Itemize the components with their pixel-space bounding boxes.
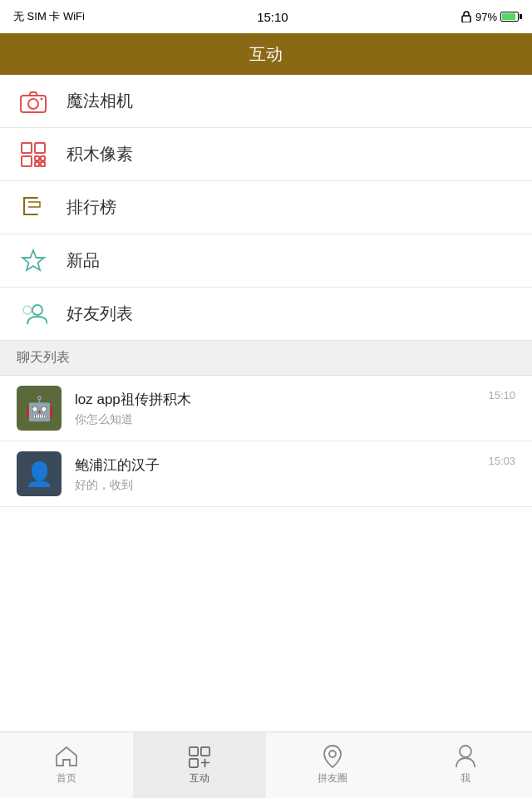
home-icon bbox=[55, 745, 78, 768]
location-icon bbox=[321, 745, 344, 768]
interact-icon bbox=[188, 745, 211, 768]
svg-rect-6 bbox=[22, 156, 32, 166]
svg-point-2 bbox=[28, 99, 38, 109]
svg-marker-14 bbox=[22, 250, 44, 270]
tab-home[interactable]: 首页 bbox=[0, 732, 133, 798]
menu-item-new-items[interactable]: 新品 bbox=[0, 234, 532, 288]
svg-rect-8 bbox=[41, 156, 45, 160]
tab-interact-label: 互动 bbox=[190, 771, 209, 786]
svg-point-16 bbox=[23, 306, 32, 314]
menu-item-friends[interactable]: 好友列表 bbox=[0, 288, 532, 341]
tab-interact[interactable]: 互动 bbox=[133, 732, 266, 798]
avatar-2: 👤 bbox=[17, 451, 62, 496]
svg-point-20 bbox=[329, 751, 336, 757]
menu-label-ranking: 排行榜 bbox=[66, 196, 116, 219]
tab-me[interactable]: 我 bbox=[399, 732, 532, 798]
menu-label-magic-camera: 魔法相机 bbox=[66, 90, 133, 112]
tab-home-label: 首页 bbox=[57, 771, 76, 786]
person-icon bbox=[454, 745, 477, 768]
battery-percent: 97% bbox=[475, 11, 497, 23]
chat-time-2: 15:03 bbox=[488, 455, 515, 467]
svg-rect-9 bbox=[35, 162, 39, 166]
title-bar: 互动 bbox=[0, 33, 532, 75]
menu-label-friends: 好友列表 bbox=[66, 303, 133, 325]
svg-rect-11 bbox=[23, 197, 38, 199]
lock-icon bbox=[461, 11, 472, 22]
avatar-1: 🤖 bbox=[17, 386, 62, 431]
chat-name-2: 鲍浦江的汉子 bbox=[75, 456, 480, 475]
svg-rect-4 bbox=[22, 143, 32, 153]
svg-point-3 bbox=[41, 97, 43, 100]
menu-list: 魔法相机 积木像素 排行榜 bbox=[0, 75, 532, 341]
svg-rect-17 bbox=[190, 747, 198, 756]
status-right: 97% bbox=[461, 11, 519, 23]
blocks-icon bbox=[17, 138, 50, 171]
chat-section-header: 聊天列表 bbox=[0, 341, 532, 376]
svg-rect-10 bbox=[41, 162, 45, 166]
chat-list: 🤖 loz app祖传拼积木 你怎么知道 15:10 👤 鲍浦江的汉子 好的，收… bbox=[0, 376, 532, 507]
svg-rect-7 bbox=[35, 156, 39, 160]
svg-rect-19 bbox=[190, 759, 198, 767]
menu-item-pixel-blocks[interactable]: 积木像素 bbox=[0, 128, 532, 181]
chat-preview-1: 你怎么知道 bbox=[75, 412, 480, 427]
svg-rect-12 bbox=[23, 197, 25, 215]
chat-content-1: loz app祖传拼积木 你怎么知道 bbox=[75, 390, 480, 427]
chat-time-1: 15:10 bbox=[488, 389, 515, 401]
chat-content-2: 鲍浦江的汉子 好的，收到 bbox=[75, 456, 480, 493]
svg-point-21 bbox=[460, 746, 471, 757]
status-time: 15:10 bbox=[257, 10, 288, 24]
chat-item-1[interactable]: 🤖 loz app祖传拼积木 你怎么知道 15:10 bbox=[0, 376, 532, 441]
chat-preview-2: 好的，收到 bbox=[75, 478, 480, 493]
svg-rect-18 bbox=[201, 747, 209, 756]
battery-icon bbox=[500, 12, 519, 22]
tab-bar: 首页 互动 拼友圈 我 bbox=[0, 732, 532, 798]
friends-icon bbox=[17, 298, 50, 331]
menu-label-pixel-blocks: 积木像素 bbox=[66, 143, 133, 165]
svg-point-15 bbox=[32, 305, 42, 315]
chat-name-1: loz app祖传拼积木 bbox=[75, 390, 480, 409]
svg-rect-5 bbox=[35, 143, 45, 153]
status-bar: 无 SIM 卡 WiFi 15:10 97% bbox=[0, 0, 532, 33]
status-left: 无 SIM 卡 WiFi bbox=[13, 9, 85, 24]
svg-rect-0 bbox=[462, 16, 470, 22]
page-title: 互动 bbox=[249, 43, 283, 66]
ranking-icon bbox=[17, 191, 50, 224]
sim-status: 无 SIM 卡 WiFi bbox=[13, 9, 85, 24]
battery-fill bbox=[502, 13, 515, 20]
svg-rect-13 bbox=[23, 214, 38, 215]
menu-item-magic-camera[interactable]: 魔法相机 bbox=[0, 75, 532, 128]
tab-friend-circle-label: 拼友圈 bbox=[318, 771, 347, 786]
chat-item-2[interactable]: 👤 鲍浦江的汉子 好的，收到 15:03 bbox=[0, 441, 532, 507]
tab-me-label: 我 bbox=[461, 771, 470, 786]
star-icon bbox=[17, 244, 50, 278]
tab-friend-circle[interactable]: 拼友圈 bbox=[266, 732, 399, 798]
menu-item-ranking[interactable]: 排行榜 bbox=[0, 181, 532, 234]
camera-icon bbox=[17, 85, 50, 118]
menu-label-new-items: 新品 bbox=[66, 249, 100, 272]
